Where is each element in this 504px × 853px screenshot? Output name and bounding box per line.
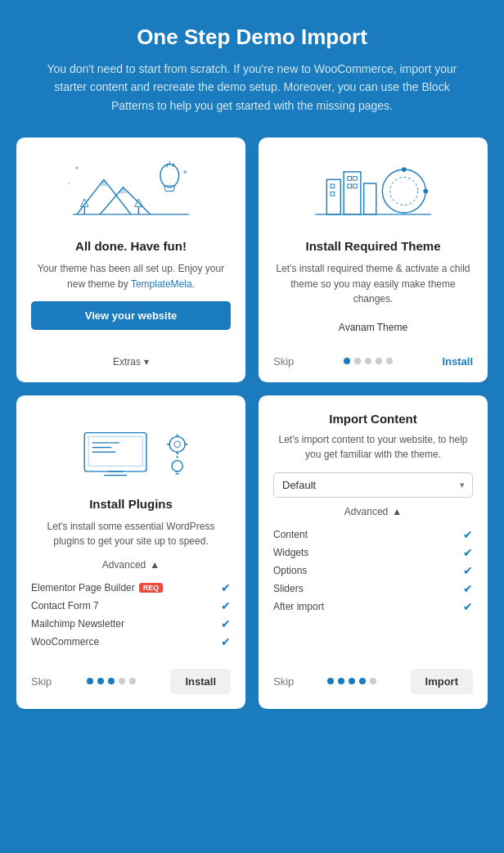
view-website-button[interactable]: View your website [31, 301, 231, 330]
card-import: Import Content Let's import content to y… [259, 395, 488, 709]
plugins-desc: Let's install some essential WordPress p… [31, 519, 231, 549]
check-icon-cf7: ✔ [221, 599, 231, 612]
dot-5 [129, 678, 136, 684]
dot-5 [386, 358, 393, 364]
svg-rect-18 [353, 184, 357, 188]
list-item: Mailchimp Newsletter ✔ [31, 615, 231, 633]
theme-sub-label: Avanam Theme [273, 320, 473, 336]
plugins-install-button[interactable]: Install [170, 669, 231, 694]
svg-point-7 [183, 170, 187, 174]
dot-5 [370, 678, 376, 684]
theme-dots [344, 358, 393, 364]
import-select-wrapper: Default ▾ [273, 472, 473, 498]
svg-point-19 [382, 169, 425, 213]
import-dots [327, 678, 376, 684]
page-subtitle: You don't need to start from scratch. If… [39, 60, 465, 115]
theme-skip-link[interactable]: Skip [273, 355, 294, 368]
dot-2 [338, 678, 344, 684]
check-icon-options: ✔ [463, 564, 473, 577]
done-desc: Your theme has been all set up. Enjoy yo… [31, 261, 231, 291]
svg-rect-25 [88, 436, 142, 466]
card-theme: Install Required Theme Let's install req… [259, 138, 488, 381]
import-advanced-row[interactable]: Advanced ▲ [273, 506, 473, 517]
import-skip-link[interactable]: Skip [273, 675, 294, 688]
dot-4 [119, 678, 125, 684]
svg-rect-10 [326, 179, 340, 214]
import-title: Import Content [273, 412, 473, 426]
plugins-advanced-label: Advanced [102, 559, 146, 571]
list-item: After import ✔ [273, 598, 473, 616]
dot-4 [376, 358, 382, 364]
svg-rect-16 [353, 176, 357, 180]
svg-point-22 [423, 188, 428, 193]
theme-footer: Skip Install [273, 345, 473, 368]
svg-rect-14 [331, 192, 335, 196]
check-icon-woo: ✔ [221, 635, 231, 648]
dot-1 [327, 678, 334, 684]
svg-point-8 [75, 166, 78, 169]
import-advanced-icon: ▲ [392, 506, 402, 517]
list-item: Options ✔ [273, 562, 473, 580]
list-item: Contact Form 7 ✔ [31, 597, 231, 615]
done-title: All done. Have fun! [31, 239, 231, 253]
dot-4 [359, 678, 366, 684]
dot-1 [87, 678, 93, 684]
check-icon-mailchimp: ✔ [221, 617, 231, 630]
plugins-list: Elementor Page Builder REQ ✔ Contact For… [31, 579, 231, 651]
theme-title: Install Required Theme [273, 239, 473, 253]
import-button[interactable]: Import [411, 669, 473, 694]
plugin-name-elementor: Elementor Page Builder REQ [31, 582, 163, 593]
check-icon-after-import: ✔ [463, 600, 473, 613]
import-advanced-label: Advanced [344, 506, 388, 517]
import-items-list: Content ✔ Widgets ✔ Options ✔ Sliders ✔ … [273, 526, 473, 616]
import-desc: Let's import content to your website, to… [273, 432, 473, 463]
plugins-illustration [31, 412, 231, 485]
import-footer: Skip Import [273, 659, 473, 694]
extras-chevron-icon: ▾ [144, 356, 149, 368]
dot-2 [354, 358, 361, 364]
list-item: Elementor Page Builder REQ ✔ [31, 579, 231, 597]
list-item: Widgets ✔ [273, 544, 473, 562]
card-plugins: Install Plugins Let's install some essen… [16, 395, 245, 709]
card-done: All done. Have fun! Your theme has been … [16, 138, 245, 381]
svg-point-37 [172, 461, 182, 472]
plugins-advanced-row[interactable]: Advanced ▲ [31, 559, 231, 571]
svg-point-31 [169, 436, 185, 452]
svg-rect-11 [344, 172, 361, 214]
svg-point-2 [160, 164, 179, 187]
dot-2 [97, 678, 104, 684]
list-item: Content ✔ [273, 526, 473, 544]
dot-3 [349, 678, 355, 684]
page-title: One Step Demo Import [16, 25, 488, 50]
cards-grid: All done. Have fun! Your theme has been … [16, 138, 488, 709]
check-icon-widgets: ✔ [463, 546, 473, 559]
dot-1 [344, 358, 350, 364]
svg-point-9 [69, 183, 70, 184]
req-badge: REQ [139, 583, 164, 593]
theme-desc: Let's install required theme & activate … [273, 261, 473, 307]
svg-rect-13 [331, 184, 335, 188]
dot-3 [365, 358, 371, 364]
svg-point-21 [402, 167, 407, 172]
svg-rect-12 [364, 183, 376, 214]
check-icon-content: ✔ [463, 528, 473, 541]
check-icon-sliders: ✔ [463, 582, 473, 595]
plugins-dots [87, 678, 136, 684]
plugins-title: Install Plugins [31, 497, 231, 511]
dot-3 [108, 678, 115, 684]
done-illustration [31, 154, 231, 228]
page-header: One Step Demo Import You don't need to s… [16, 25, 488, 115]
extras-row[interactable]: Extras ▾ [31, 356, 231, 368]
import-select[interactable]: Default [273, 472, 473, 498]
theme-illustration [273, 154, 473, 228]
plugins-skip-link[interactable]: Skip [31, 675, 52, 688]
check-icon-elementor: ✔ [221, 581, 231, 594]
templatemela-link[interactable]: TemplateMela [131, 278, 192, 290]
svg-point-32 [174, 441, 181, 448]
plugins-advanced-icon: ▲ [150, 559, 160, 571]
list-item: Sliders ✔ [273, 580, 473, 598]
list-item: WooCommerce ✔ [31, 633, 231, 651]
theme-install-link[interactable]: Install [442, 355, 473, 368]
svg-rect-17 [348, 184, 352, 188]
svg-rect-15 [348, 176, 352, 180]
